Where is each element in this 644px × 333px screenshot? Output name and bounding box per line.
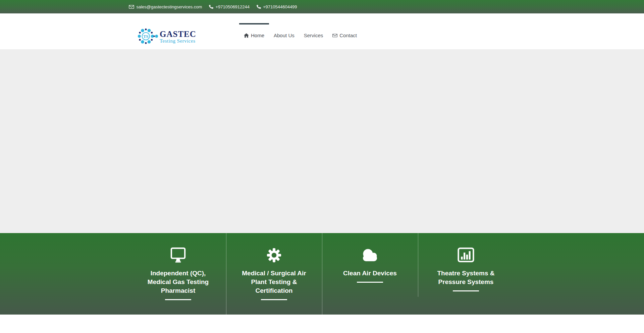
phone-link-1[interactable]: +9710506912244 [209,4,250,9]
footer [0,315,644,333]
nav-item-home[interactable]: Home [239,23,269,48]
nav-label: Services [304,33,323,38]
nav-label: Home [251,33,264,38]
title-underline [261,299,287,300]
phone-number-1: +9710506912244 [215,5,250,9]
column-divider [418,233,418,297]
contact-info-row: sales@gastectestingservices.com +9710506… [0,4,426,9]
feature-title: Theatre Systems & Pressure Systems [418,269,514,286]
brand-name: GASTEC [160,30,196,38]
page: sales@gastectestingservices.com +9710506… [0,0,644,333]
phone-icon [209,4,213,9]
nav-item-contact[interactable]: Contact [328,23,362,48]
home-icon [244,33,249,38]
gear-icon [226,246,322,264]
phone-link-2[interactable]: +9710544604499 [256,4,297,9]
main-navigation: Home About Us Services Contact [239,23,362,48]
feature-card-medical-gas-testing: Independent (QC), Medical Gas Testing Ph… [130,233,226,315]
nav-item-services[interactable]: Services [299,23,328,48]
logo-monogram: TS [143,34,148,39]
brand-text: GASTEC Testing Services [160,30,196,44]
feature-card-theatre-pressure-systems: Theatre Systems & Pressure Systems [418,233,514,315]
feature-title: Medical / Surgical Air Plant Testing & C… [226,269,322,295]
phone-icon [256,4,261,9]
email-text: sales@gastectestingservices.com [136,5,202,9]
brand-logo[interactable]: TS GASTEC Testing Services [138,27,196,47]
feature-title: Independent (QC), Medical Gas Testing Ph… [130,269,226,295]
title-underline [357,282,383,283]
phone-number-2: +9710544604499 [263,5,297,9]
desktop-monitor-icon [130,246,226,264]
bar-chart-icon [418,246,514,264]
feature-card-clean-air-devices: Clean Air Devices [322,233,418,315]
envelope-icon [332,34,337,38]
hero-slider [0,49,644,233]
site-header: TS GASTEC Testing Services Home [0,13,644,49]
column-divider [322,233,322,315]
brand-tagline: Testing Services [160,38,196,44]
title-underline [165,299,191,300]
nav-item-about-us[interactable]: About Us [269,23,299,48]
feature-title: Clean Air Devices [322,269,418,278]
logo-dots-ring-icon: TS [138,27,158,47]
top-contact-bar: sales@gastectestingservices.com +9710506… [0,0,644,13]
envelope-icon [129,5,134,9]
email-link[interactable]: sales@gastectestingservices.com [129,5,202,9]
feature-card-air-plant-testing: Medical / Surgical Air Plant Testing & C… [226,233,322,315]
nav-label: About Us [274,33,294,38]
features-section: Independent (QC), Medical Gas Testing Ph… [0,233,644,315]
nav-label: Contact [339,33,357,38]
cloud-icon [322,246,418,264]
column-divider [226,233,226,315]
title-underline [453,290,479,291]
